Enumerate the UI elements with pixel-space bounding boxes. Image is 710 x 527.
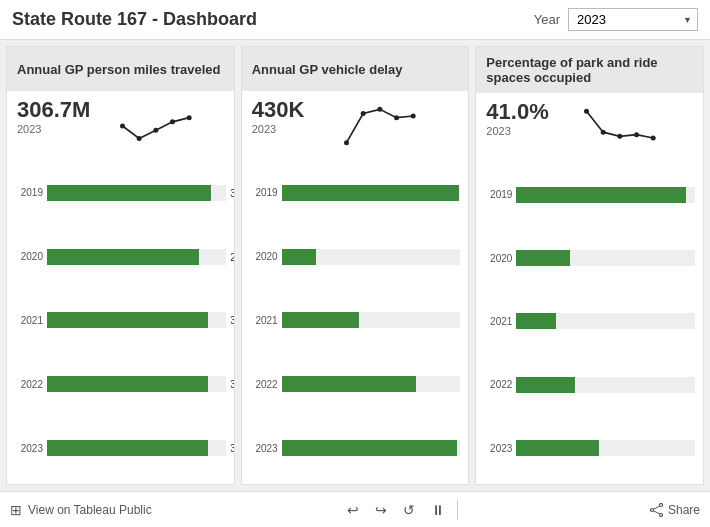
table-row: 201982.4% [484,184,695,206]
svg-point-5 [344,140,349,145]
panel-delay-summary: 430K2023 [242,91,469,157]
bar-fill-2022 [282,376,416,392]
bar-year-2022: 2022 [250,379,278,390]
svg-point-13 [634,132,639,137]
panel-pmt-year: 2023 [17,123,90,135]
svg-point-8 [394,115,399,120]
dashboard-body: Annual GP person miles traveled306.7M202… [0,40,710,491]
bar-fill-2022 [47,376,208,392]
svg-point-11 [601,130,606,135]
bar-year-2022: 2022 [484,379,512,390]
bar-fill-2022 [516,377,575,393]
year-select[interactable]: 2023 2022 2021 2020 2019 [568,8,698,31]
panel-parking: Percentage of park and ride spaces occup… [475,46,704,485]
panel-delay: Annual GP vehicle delay430K20232019437K2… [241,46,470,485]
bar-fill-2019 [47,185,211,201]
bar-fill-2021 [516,313,555,329]
svg-line-19 [653,510,659,513]
pause-button[interactable]: ⏸ [427,500,449,520]
panel-delay-value: 430K [252,97,305,123]
panel-pmt-header: Annual GP person miles traveled [7,47,234,91]
panel-parking-sparkline [555,99,693,157]
svg-point-0 [120,124,125,129]
bar-year-2021: 2021 [484,316,512,327]
table-row: 202229.7% [484,374,695,396]
svg-point-14 [651,136,656,141]
bar-year-2021: 2021 [250,315,278,326]
sparkline-svg-delay [339,101,429,151]
table-row: 202084K [250,246,461,268]
table-row: 202026.8% [484,247,695,269]
panel-parking-value: 41.0% [486,99,548,125]
share-icon [650,503,664,517]
bar-fill-2019 [282,185,459,201]
panel-pmt-sparkline [96,97,223,155]
bar-fill-2023 [516,440,598,456]
panel-parking-summary: 41.0%2023 [476,93,703,159]
year-filter: Year 2023 2022 2021 2020 2019 [534,8,698,31]
panels-row: Annual GP person miles traveled306.7M202… [6,46,704,485]
bar-year-2019: 2019 [15,187,43,198]
svg-point-2 [153,128,158,133]
share-button[interactable]: Share [650,503,700,517]
svg-point-16 [659,513,662,516]
panel-pmt: Annual GP person miles traveled306.7M202… [6,46,235,485]
svg-point-4 [187,115,192,120]
sparkline-svg-pmt [115,101,205,151]
year-filter-label: Year [534,12,560,27]
footer: ⊞ View on Tableau Public ↩ ↪ ↺ ⏸ Share [0,491,710,527]
redo-button[interactable]: ↪ [371,500,391,520]
bar-value-2023: 306.7M [230,443,234,454]
footer-divider [457,500,458,520]
svg-point-15 [659,503,662,506]
bar-fill-2020 [516,250,570,266]
table-row: 2021189K [250,309,461,331]
page-title: State Route 167 - Dashboard [12,9,257,30]
bar-year-2022: 2022 [15,379,43,390]
bar-value-2022: 306.5M [230,379,234,390]
bar-fill-2023 [47,440,208,456]
bar-fill-2021 [47,312,208,328]
svg-point-9 [411,114,416,119]
bar-year-2019: 2019 [250,187,278,198]
footer-right: Share [650,503,700,517]
panel-pmt-chart: 2019313.5M2020292.1M2021307.4M2022306.5M… [7,157,234,484]
bar-year-2023: 2023 [484,443,512,454]
bar-fill-2020 [47,249,199,265]
panel-delay-header: Annual GP vehicle delay [242,47,469,91]
panel-delay-year: 2023 [252,123,305,135]
panel-delay-sparkline [310,97,458,155]
tableau-icon: ⊞ [10,502,22,518]
table-row: 2019437K [250,182,461,204]
panel-delay-chart: 2019437K202084K2021189K2022328K2023430K [242,157,469,484]
table-row: 202119.9% [484,310,695,332]
table-row: 2020292.1M [15,246,226,268]
bar-fill-2023 [282,440,457,456]
bar-fill-2020 [282,249,316,265]
svg-point-12 [617,134,622,139]
bar-year-2020: 2020 [484,253,512,264]
tableau-link[interactable]: View on Tableau Public [28,503,152,517]
table-row: 2019313.5M [15,182,226,204]
svg-point-6 [361,111,366,116]
panel-parking-chart: 201982.4%202026.8%202119.9%202229.7%2023… [476,159,703,484]
bar-year-2020: 2020 [250,251,278,262]
undo-button[interactable]: ↩ [343,500,363,520]
panel-pmt-value: 306.7M [17,97,90,123]
header: State Route 167 - Dashboard Year 2023 20… [0,0,710,40]
svg-point-1 [137,136,142,141]
share-label: Share [668,503,700,517]
bar-fill-2019 [516,187,686,203]
panel-parking-header: Percentage of park and ride spaces occup… [476,47,703,93]
bar-value-2021: 307.4M [230,315,234,326]
bar-year-2023: 2023 [250,443,278,454]
svg-point-7 [378,107,383,112]
bar-value-2020: 292.1M [230,251,234,262]
footer-left: ⊞ View on Tableau Public [10,502,152,518]
bar-fill-2021 [282,312,359,328]
bar-year-2020: 2020 [15,251,43,262]
bar-year-2019: 2019 [484,189,512,200]
year-select-wrapper[interactable]: 2023 2022 2021 2020 2019 [568,8,698,31]
revert-button[interactable]: ↺ [399,500,419,520]
table-row: 2023306.7M [15,437,226,459]
